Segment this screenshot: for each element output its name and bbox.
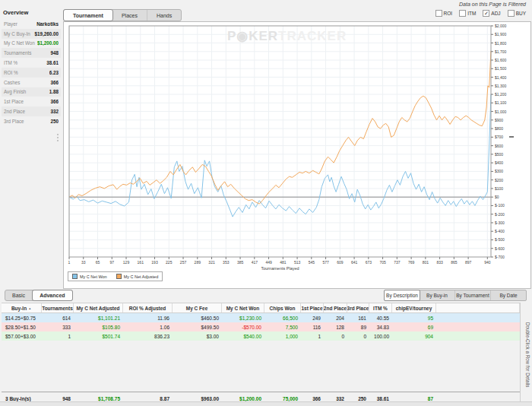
column-header-tournaments[interactable]: Tournaments	[42, 303, 74, 312]
filter-label: ITM	[467, 11, 476, 16]
legend-item: My C Net Adjusted	[116, 274, 159, 279]
summary-cell: 38.61	[369, 396, 392, 401]
panel-resize-handle[interactable]	[509, 136, 514, 138]
column-header-2nd-place[interactable]: 2nd Place	[324, 303, 347, 312]
stat-row[interactable]: ROI %6.23	[2, 68, 61, 78]
svg-text:$1,400: $1,400	[495, 75, 507, 80]
svg-text:$300: $300	[495, 169, 503, 173]
stat-label: ITM %	[4, 60, 17, 65]
filtered-note: Data on this Page is Filtered	[459, 2, 526, 7]
stat-row[interactable]: 1st Place366	[2, 97, 61, 106]
stat-value: $1,200.00	[37, 40, 59, 46]
stat-row[interactable]: ITM %38.61	[2, 58, 61, 68]
column-header-itm-[interactable]: ITM %	[369, 303, 392, 312]
sort-ascending-icon: ▲	[28, 306, 31, 310]
stat-row[interactable]: Cashes366	[2, 78, 61, 87]
tab-places[interactable]: Places	[112, 10, 147, 21]
sidebar-splitter-handle[interactable]	[56, 134, 59, 141]
svg-text:129: 129	[123, 260, 130, 265]
table-cell: 100.00	[369, 334, 392, 339]
svg-text:940: 940	[484, 260, 491, 265]
svg-text:385: 385	[237, 260, 244, 265]
svg-text:$1,600: $1,600	[495, 58, 507, 62]
filter-checkbox-adj[interactable]: ✓ADJ	[483, 10, 500, 17]
by-description-button[interactable]: By Description	[384, 290, 420, 301]
table-cell: 11.96	[123, 316, 173, 321]
tab-basic[interactable]: Basic	[5, 290, 33, 300]
sidebar-stats: PlayerNarkotiksMy C Buy-In$19,260.00My C…	[2, 19, 61, 126]
stat-label: Tournaments	[4, 50, 31, 56]
by-buy-in-button[interactable]: By Buy-in	[420, 290, 455, 300]
column-header-my-c-fee[interactable]: My C Fee	[173, 303, 222, 312]
stat-row[interactable]: 3rd Place250	[2, 116, 61, 126]
svg-text:577: 577	[322, 260, 329, 265]
summary-cell: $963.00	[173, 396, 222, 401]
column-header-3rd-place[interactable]: 3rd Place	[347, 303, 369, 312]
stat-row[interactable]: PlayerNarkotiks	[2, 19, 61, 29]
svg-text:225: 225	[166, 260, 173, 265]
by-tournament-button[interactable]: By Tournament	[455, 290, 491, 300]
grouping-buttons: By DescriptionBy Buy-inBy TournamentBy D…	[384, 290, 527, 301]
svg-text:$-300: $-300	[495, 220, 505, 225]
table-cell: 0	[347, 334, 369, 339]
table-cell: $540.00	[222, 334, 264, 339]
filter-checkbox-itm[interactable]: ITM	[459, 10, 476, 17]
stat-row[interactable]: Tournaments948	[2, 48, 61, 58]
svg-text:$-500: $-500	[495, 237, 505, 242]
table-row[interactable]: $28.50+$1.50333$105.801.06$499.50-$570.0…	[2, 322, 520, 331]
column-header-filler[interactable]	[436, 303, 520, 312]
pokertracker-window: Data on this Page is Filtered ROIITM✓ADJ…	[0, 0, 532, 406]
filter-checkbox-roi[interactable]: ROI	[435, 10, 453, 17]
svg-text:545: 545	[309, 260, 315, 265]
table-cell: $1,101.21	[74, 316, 123, 321]
svg-text:$200: $200	[495, 178, 503, 182]
filter-checkbox-buy[interactable]: BUY	[508, 10, 526, 17]
stat-row[interactable]: My C Net Won$1,200.00	[2, 39, 61, 49]
table-cell: 249	[301, 316, 324, 321]
column-header-roi-adjusted[interactable]: ROI % Adjusted	[123, 303, 173, 312]
table-cell: 1.06	[123, 325, 173, 330]
by-date-button[interactable]: By Date	[491, 290, 526, 300]
status-strip	[0, 401, 532, 406]
column-header-my-c-net-won[interactable]: My C Net Won	[222, 303, 264, 312]
legend-label: My C Net Adjusted	[124, 274, 159, 279]
tab-tournament[interactable]: Tournament	[63, 9, 113, 21]
double-click-hint: Double-Click a Row for Details	[525, 322, 530, 387]
checkbox-icon[interactable]	[459, 10, 466, 17]
filter-label: ROI	[444, 11, 453, 16]
column-header-buy-in[interactable]: Buy-In▲	[2, 303, 42, 312]
chart-legend: My C Net WonMy C Net Adjusted	[68, 271, 163, 281]
column-header-chipev-tourney[interactable]: chipEV/tourney	[392, 303, 436, 312]
stat-label: ROI %	[4, 70, 18, 75]
checkbox-icon[interactable]: ✓	[483, 10, 489, 17]
table-cell: 161	[347, 316, 369, 321]
column-header-my-c-net-adjusted[interactable]: My C Net Adjusted	[74, 303, 123, 312]
stat-row[interactable]: 2nd Place332	[2, 106, 61, 116]
summary-cell: 3 Buy-In(s)	[2, 396, 42, 401]
pokertracker-watermark: P◉KERTRACKER	[227, 28, 347, 44]
table-cell: $105.80	[74, 325, 123, 330]
stat-row[interactable]: Avg Finish1.88	[2, 87, 61, 97]
stat-value: Narkotiks	[36, 21, 59, 27]
table-cell: 0	[324, 334, 347, 339]
checkbox-icon[interactable]	[435, 10, 442, 17]
svg-text:417: 417	[252, 260, 258, 265]
table-cell: 333	[42, 325, 74, 330]
svg-text:705: 705	[379, 260, 386, 265]
summary-cell: $1,200.00	[222, 396, 264, 401]
table-row[interactable]: $14.25+$0.75614$1,101.2111.96$460.50$1,2…	[2, 313, 520, 322]
table-cell: 66,500	[264, 316, 301, 321]
svg-text:641: 641	[351, 260, 358, 265]
tab-advanced[interactable]: Advanced	[32, 290, 72, 301]
column-header-1st-place[interactable]: 1st Place	[301, 303, 324, 312]
tournament-results-chart[interactable]: $2,000$1,900$1,800$1,700$1,600$1,500$1,4…	[64, 22, 529, 287]
summary-cell: 250	[347, 396, 369, 401]
column-header-chips-won[interactable]: Chips Won	[264, 303, 301, 312]
sidebar-title: Overview	[2, 8, 61, 19]
table-row[interactable]: $57.00+$3.001$501.74836.23$3.00$540.001,…	[2, 331, 520, 341]
tab-hands[interactable]: Hands	[147, 10, 181, 21]
stat-row[interactable]: My C Buy-In$19,260.00	[2, 29, 61, 39]
svg-text:769: 769	[408, 260, 415, 265]
table-cell: 95	[392, 316, 436, 321]
checkbox-icon[interactable]	[508, 10, 515, 17]
